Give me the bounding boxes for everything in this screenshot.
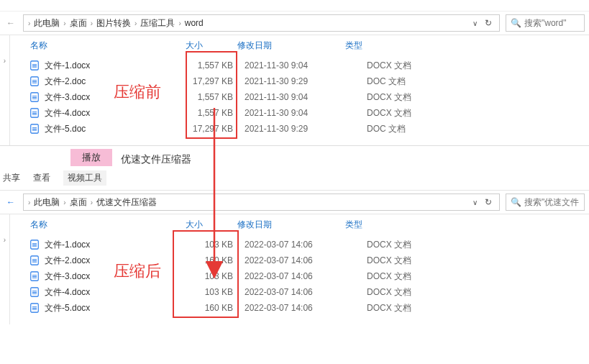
svg-rect-14 (32, 114, 37, 115)
file-date: 2021-11-30 9:04 (237, 60, 345, 70)
table-row[interactable]: 文件-5.doc17,297 KB2021-11-30 9:29DOC 文档 (29, 121, 575, 137)
file-name: 文件-5.docx (45, 302, 186, 314)
header-size[interactable]: 大小 (186, 219, 237, 231)
header-type[interactable]: 类型 (345, 40, 453, 52)
file-type: DOCX 文档 (345, 60, 453, 72)
file-name: 文件-3.docx (45, 270, 186, 283)
file-date: 2022-03-07 14:06 (237, 271, 345, 281)
chevron-right-icon: › (91, 19, 93, 27)
crumb[interactable]: 压缩工具 (138, 17, 177, 29)
header-date[interactable]: 修改日期 (237, 219, 345, 231)
svg-rect-33 (32, 292, 37, 293)
header-name[interactable]: 名称 (30, 219, 186, 231)
menu-share[interactable]: 共享 (3, 172, 20, 184)
tool-menu: 共享 查看 视频工具 (0, 166, 589, 191)
file-type: DOCX 文档 (345, 302, 453, 314)
chevron-right-icon: › (178, 19, 181, 27)
chevron-right-icon: › (134, 19, 137, 27)
table-row[interactable]: 文件-2.docx160 KB2022-03-07 14:06DOCX 文档 (29, 252, 575, 268)
svg-rect-7 (32, 80, 37, 81)
svg-rect-11 (32, 96, 37, 96)
sidebar-collapse-icon[interactable]: › (0, 214, 10, 324)
file-date: 2021-11-30 9:29 (237, 76, 345, 86)
search-box-2[interactable]: 🔍 (506, 194, 585, 211)
svg-rect-31 (32, 275, 37, 276)
svg-rect-39 (32, 306, 37, 307)
svg-rect-27 (32, 259, 37, 260)
svg-rect-1 (32, 65, 37, 66)
breadcrumb-1[interactable]: › 此电脑 › 桌面 › 图片转换 › 压缩工具 › word ∨ ↻ (23, 14, 500, 32)
breadcrumb-2[interactable]: › 此电脑 › 桌面 › 优速文件压缩器 ∨ ↻ (23, 194, 500, 211)
crumb[interactable]: word (183, 18, 206, 28)
table-row[interactable]: 文件-3.docx103 KB2022-03-07 14:06DOCX 文档 (29, 268, 575, 284)
svg-rect-30 (32, 278, 37, 278)
breadcrumb-row-1: ← › 此电脑 › 桌面 › 图片转换 › 压缩工具 › word ∨ ↻ 🔍 (0, 12, 589, 35)
chevron-right-icon: › (63, 19, 65, 27)
svg-rect-17 (32, 129, 37, 129)
chevron-down-icon[interactable]: ∨ (470, 19, 480, 27)
doc-icon (29, 123, 40, 135)
file-name: 文件-3.docx (45, 91, 186, 104)
crumb[interactable]: 优速文件压缩器 (94, 196, 159, 209)
crumb[interactable]: 此电脑 (32, 196, 62, 209)
chevron-down-icon[interactable]: ∨ (470, 199, 480, 206)
svg-rect-5 (32, 81, 37, 82)
topbar (0, 0, 589, 12)
search-icon: 🔍 (511, 18, 521, 28)
doc-icon (29, 286, 40, 298)
search-input-2[interactable] (524, 197, 580, 207)
file-date: 2022-03-07 14:06 (237, 240, 345, 250)
table-row[interactable]: 文件-3.docx1,557 KB2021-11-30 9:04DOCX 文档 (29, 89, 575, 105)
back-icon[interactable]: ← (4, 17, 17, 29)
chevron-right-icon: › (28, 19, 30, 27)
file-list-1: 文件-1.docx1,557 KB2021-11-30 9:04DOCX 文档文… (10, 56, 589, 145)
file-size: 160 KB (186, 303, 237, 313)
header-date[interactable]: 修改日期 (237, 40, 345, 52)
svg-rect-25 (32, 260, 37, 261)
doc-icon (29, 302, 40, 314)
file-type: DOCX 文档 (345, 270, 453, 283)
table-row[interactable]: 文件-4.docx103 KB2022-03-07 14:06DOCX 文档 (29, 284, 575, 300)
header-size[interactable]: 大小 (186, 40, 237, 52)
table-row[interactable]: 文件-1.docx103 KB2022-03-07 14:06DOCX 文档 (29, 237, 575, 252)
svg-rect-35 (32, 291, 37, 291)
window-before: ← › 此电脑 › 桌面 › 图片转换 › 压缩工具 › word ∨ ↻ 🔍 … (0, 0, 589, 145)
crumb[interactable]: 此电脑 (32, 17, 62, 29)
menu-view[interactable]: 查看 (33, 172, 50, 184)
file-size: 103 KB (186, 287, 237, 297)
file-size: 17,297 KB (186, 124, 237, 134)
file-size: 103 KB (186, 240, 237, 250)
header-type[interactable]: 类型 (345, 219, 453, 231)
table-row[interactable]: 文件-4.docx1,557 KB2021-11-30 9:04DOCX 文档 (29, 105, 575, 121)
file-name: 文件-1.docx (45, 60, 186, 72)
crumb[interactable]: 桌面 (68, 196, 89, 209)
table-row[interactable]: 文件-1.docx1,557 KB2021-11-30 9:04DOCX 文档 (29, 58, 575, 73)
file-date: 2022-03-07 14:06 (237, 287, 345, 297)
crumb[interactable]: 图片转换 (94, 17, 133, 29)
search-input-1[interactable] (524, 18, 580, 28)
file-date: 2022-03-07 14:06 (237, 303, 345, 313)
sidebar-collapse-icon[interactable]: › (0, 35, 10, 145)
file-list-2: 文件-1.docx103 KB2022-03-07 14:06DOCX 文档文件… (10, 235, 589, 324)
refresh-icon[interactable]: ↻ (482, 18, 495, 28)
doc-icon (29, 239, 40, 250)
svg-rect-37 (32, 308, 37, 309)
file-type: DOCX 文档 (345, 286, 453, 299)
doc-icon (29, 60, 40, 71)
doc-icon (29, 76, 40, 87)
file-size: 1,557 KB (186, 108, 237, 118)
table-row[interactable]: 文件-5.docx160 KB2022-03-07 14:06DOCX 文档 (29, 300, 575, 316)
crumb[interactable]: 桌面 (68, 17, 89, 29)
menu-video-tool[interactable]: 视频工具 (63, 170, 106, 186)
search-box-1[interactable]: 🔍 (506, 14, 585, 32)
file-name: 文件-4.docx (45, 286, 186, 299)
tab-play[interactable]: 播放 (70, 149, 112, 166)
back-icon[interactable]: ← (4, 196, 17, 209)
refresh-icon[interactable]: ↻ (482, 197, 495, 207)
table-row[interactable]: 文件-2.doc17,297 KB2021-11-30 9:29DOC 文档 (29, 73, 575, 89)
svg-rect-15 (32, 112, 37, 112)
header-name[interactable]: 名称 (30, 40, 186, 52)
chevron-right-icon: › (28, 199, 30, 206)
file-name: 文件-2.docx (45, 255, 186, 267)
file-pane-2: 名称 大小 修改日期 类型 文件-1.docx103 KB2022-03-07 … (10, 214, 589, 324)
